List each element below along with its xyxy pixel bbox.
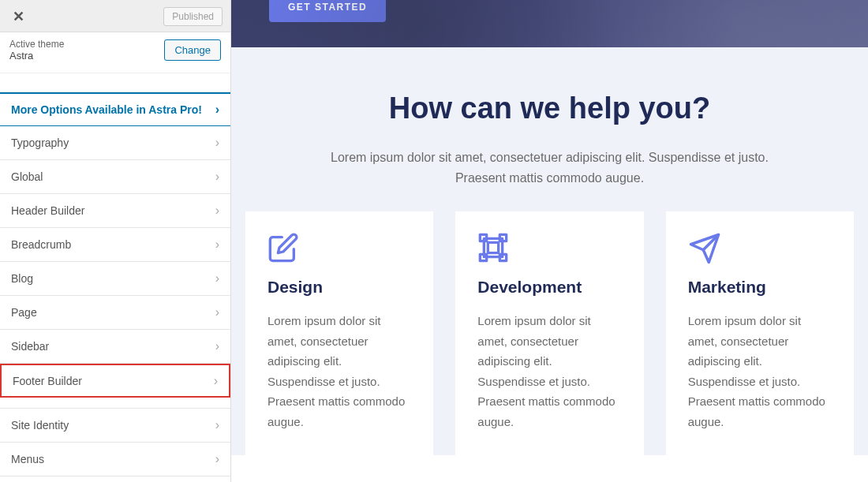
chevron-right-icon: ›	[215, 272, 219, 285]
svg-rect-5	[488, 243, 499, 253]
card-development: Development Lorem ipsum dolor sit amet, …	[455, 211, 643, 455]
preview-pane: GET STARTED How can we help you? Lorem i…	[231, 0, 868, 482]
menu-spacer	[0, 73, 230, 92]
paper-plane-icon	[688, 232, 832, 267]
menu-item-global[interactable]: Global ›	[0, 160, 230, 194]
help-title: How can we help you?	[263, 92, 836, 125]
menu-spacer	[0, 398, 230, 409]
help-section: How can we help you? Lorem ipsum dolor s…	[231, 47, 868, 211]
card-body: Lorem ipsum dolor sit amet, consectetuer…	[688, 311, 832, 432]
close-icon[interactable]: ✕	[8, 6, 29, 27]
chevron-right-icon: ›	[215, 238, 219, 251]
menu-item-page[interactable]: Page ›	[0, 296, 230, 330]
menu-label: Header Builder	[11, 204, 84, 217]
menu-label: Footer Builder	[13, 375, 82, 387]
active-theme-label: Active theme	[9, 39, 64, 50]
chevron-right-icon: ›	[215, 103, 219, 116]
menu-item-site-identity[interactable]: Site Identity ›	[0, 409, 230, 443]
menu-label: Sidebar	[11, 340, 49, 353]
menu-label: Breadcrumb	[11, 238, 71, 251]
chevron-right-icon: ›	[215, 136, 219, 149]
menu-label: Menus	[11, 453, 44, 465]
customizer-sidebar: ✕ Published Active theme Astra Change Mo…	[0, 0, 231, 482]
cards-row: Design Lorem ipsum dolor sit amet, conse…	[231, 211, 868, 455]
menu-item-menus[interactable]: Menus ›	[0, 443, 230, 476]
help-subtitle: Lorem ipsum dolor sit amet, consectetuer…	[305, 148, 795, 188]
active-theme-row: Active theme Astra Change	[0, 32, 230, 73]
chevron-right-icon: ›	[214, 375, 218, 387]
menu-item-astra-pro[interactable]: More Options Available in Astra Pro! ›	[0, 92, 230, 126]
chevron-right-icon: ›	[215, 340, 219, 353]
chevron-right-icon: ›	[215, 419, 219, 432]
card-title: Design	[268, 278, 411, 297]
menu-label: Page	[11, 306, 37, 319]
menu-label: Blog	[11, 272, 33, 285]
card-body: Lorem ipsum dolor sit amet, consectetuer…	[477, 311, 621, 432]
menu-label: More Options Available in Astra Pro!	[11, 103, 202, 116]
chevron-right-icon: ›	[215, 453, 219, 465]
menu-label: Typography	[11, 136, 69, 149]
hero-section: GET STARTED	[231, 0, 868, 47]
chevron-right-icon: ›	[215, 170, 219, 183]
pencil-square-icon	[268, 232, 411, 267]
menu-label: Site Identity	[11, 419, 69, 432]
menu-item-typography[interactable]: Typography ›	[0, 126, 230, 160]
change-theme-button[interactable]: Change	[164, 39, 221, 61]
menu-item-blog[interactable]: Blog ›	[0, 262, 230, 296]
customizer-menu: More Options Available in Astra Pro! › T…	[0, 73, 230, 476]
chevron-right-icon: ›	[215, 204, 219, 217]
card-title: Marketing	[688, 278, 832, 297]
menu-item-footer-builder[interactable]: Footer Builder ›	[0, 364, 230, 398]
card-design: Design Lorem ipsum dolor sit amet, conse…	[245, 211, 433, 455]
card-marketing: Marketing Lorem ipsum dolor sit amet, co…	[666, 211, 854, 455]
menu-item-header-builder[interactable]: Header Builder ›	[0, 194, 230, 228]
get-started-button[interactable]: GET STARTED	[269, 0, 386, 22]
active-theme-name: Astra	[9, 50, 64, 62]
chevron-right-icon: ›	[215, 306, 219, 319]
select-object-icon	[477, 232, 621, 267]
card-title: Development	[477, 278, 621, 297]
menu-label: Global	[11, 170, 43, 183]
sidebar-topbar: ✕ Published	[0, 0, 230, 32]
card-body: Lorem ipsum dolor sit amet, consectetuer…	[268, 311, 411, 432]
menu-item-sidebar[interactable]: Sidebar ›	[0, 330, 230, 364]
menu-item-breadcrumb[interactable]: Breadcrumb ›	[0, 228, 230, 262]
published-button[interactable]: Published	[163, 7, 223, 26]
